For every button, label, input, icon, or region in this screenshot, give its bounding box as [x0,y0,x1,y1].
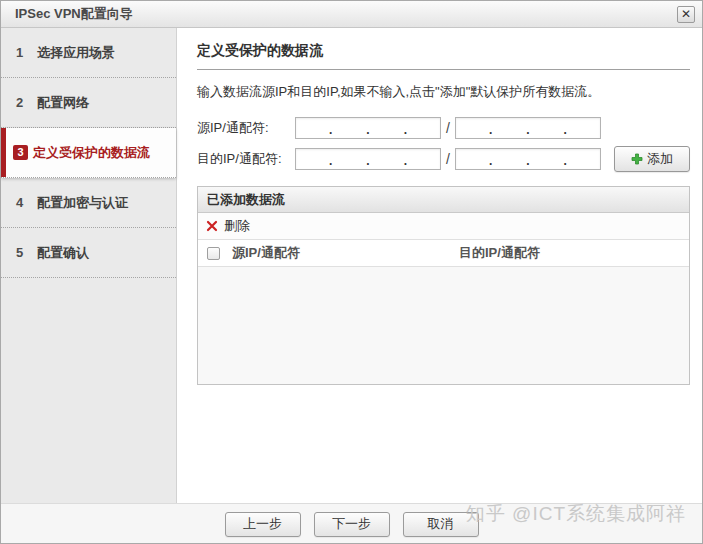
added-dataflows-panel: 已添加数据流 删除 源IP/通配符 目的IP/通配符 [197,186,690,385]
source-wildcard-input[interactable]: . . . [455,117,601,139]
step-label: 配置加密与认证 [37,194,128,212]
step-item-5[interactable]: 5 配置确认 [1,228,176,278]
cancel-button[interactable]: 取消 [403,512,479,537]
octet-dot: . [366,126,369,135]
step-number: 4 [16,195,32,210]
table-body-empty [198,267,689,384]
next-button[interactable]: 下一步 [314,512,390,537]
main-panel: 定义受保护的数据流 输入数据流源IP和目的IP,如果不输入,点击"添加"默认保护… [177,28,703,503]
octet-dot: . [564,126,567,135]
table-column-header-row: 源IP/通配符 目的IP/通配符 [198,240,689,267]
panel-title: 已添加数据流 [198,187,689,213]
dest-ip-label: 目的IP/通配符: [197,150,295,168]
octet-dot: . [329,126,332,135]
octet-dot: . [366,157,369,166]
add-button[interactable]: 添加 [614,146,690,172]
source-ip-label: 源IP/通配符: [197,119,295,137]
octet-dot: . [526,126,529,135]
step-number: 3 [13,145,28,160]
octet-dot: . [564,157,567,166]
delete-label: 删除 [224,217,250,235]
step-label: 定义受保护的数据流 [33,144,150,162]
select-all-checkbox[interactable] [207,247,220,260]
octet-dot: . [489,157,492,166]
window-title: IPSec VPN配置向导 [15,5,133,23]
step-number: 1 [16,45,32,60]
source-ip-row: 源IP/通配符: . . . / . . . [197,116,690,140]
wizard-steps-sidebar: 1 选择应用场景 2 配置网络 3 定义受保护的数据流 4 配置加密与认证 5 … [1,28,177,503]
ipsec-vpn-wizard-dialog: IPSec VPN配置向导 ✕ 1 选择应用场景 2 配置网络 3 定义受保护的… [0,0,703,544]
ip-wildcard-separator: / [446,120,450,136]
delete-x-icon [206,220,218,232]
step-item-2[interactable]: 2 配置网络 [1,78,176,128]
step-item-1[interactable]: 1 选择应用场景 [1,28,176,78]
prev-button[interactable]: 上一步 [225,512,301,537]
octet-dot: . [489,126,492,135]
step-number: 2 [16,95,32,110]
dest-ip-input[interactable]: . . . [295,148,441,170]
add-button-label: 添加 [647,150,673,168]
column-source-ip: 源IP/通配符 [232,244,459,262]
octet-dot: . [404,157,407,166]
step-number: 5 [16,245,32,260]
dest-ip-row: 目的IP/通配符: . . . / . . . [197,147,690,171]
octet-dot: . [329,157,332,166]
plus-icon [631,153,643,165]
dest-wildcard-input[interactable]: . . . [455,148,601,170]
ip-wildcard-separator: / [446,151,450,167]
footer-bar: 上一步 下一步 取消 [1,503,702,544]
dataflow-form: 源IP/通配符: . . . / . . . 目的IP/通配符: [197,116,690,171]
step-item-3-active[interactable]: 3 定义受保护的数据流 [1,128,176,178]
step-label: 配置网络 [37,94,89,112]
close-icon[interactable]: ✕ [677,6,695,23]
step-label: 配置确认 [37,244,89,262]
column-dest-ip: 目的IP/通配符 [459,244,689,262]
page-title: 定义受保护的数据流 [197,42,690,70]
delete-button[interactable]: 删除 [198,213,689,240]
step-item-4[interactable]: 4 配置加密与认证 [1,178,176,228]
step-label: 选择应用场景 [37,44,115,62]
description-text: 输入数据流源IP和目的IP,如果不输入,点击"添加"默认保护所有数据流。 [197,83,690,101]
octet-dot: . [404,126,407,135]
octet-dot: . [526,157,529,166]
source-ip-input[interactable]: . . . [295,117,441,139]
titlebar: IPSec VPN配置向导 ✕ [1,1,702,28]
